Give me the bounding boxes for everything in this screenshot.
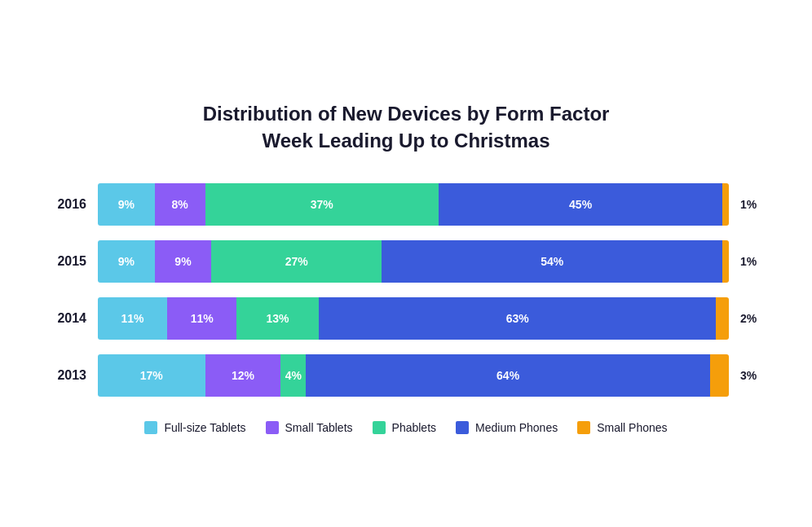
legend-swatch-phablet xyxy=(373,421,386,434)
bar-segment-phone_medium: 64% xyxy=(306,354,709,397)
bar-segment-phone_small xyxy=(710,354,729,397)
bar-segment-phone_medium: 63% xyxy=(319,297,717,340)
bar-segment-tablet_small: 12% xyxy=(205,354,281,397)
bar-row: 20169%8%37%45%1% xyxy=(47,183,765,226)
chart-container: Distribution of New Devices by Form Fact… xyxy=(31,77,781,450)
legend-swatch-phone_medium xyxy=(456,421,469,434)
bar-track: 11%11%13%63% xyxy=(98,297,729,340)
year-label: 2013 xyxy=(47,368,86,383)
bar-segment-phablet: 13% xyxy=(236,297,319,340)
bar-segment-tablet_full: 9% xyxy=(98,240,155,283)
bar-segment-phablet: 4% xyxy=(280,354,306,397)
bar-segment-phablet: 27% xyxy=(211,240,382,283)
bar-track: 9%9%27%54% xyxy=(98,240,729,283)
legend-swatch-phone_small xyxy=(577,421,590,434)
bar-segment-phablet: 37% xyxy=(205,183,439,226)
bar-rows: 20169%8%37%45%1%20159%9%27%54%1%201411%1… xyxy=(47,183,765,397)
chart-title: Distribution of New Devices by Form Fact… xyxy=(47,101,765,154)
bar-track: 17%12%4%64% xyxy=(98,354,729,397)
trailing-label: 1% xyxy=(740,255,765,268)
bar-row: 201411%11%13%63%2% xyxy=(47,297,765,340)
legend-item-phone_small: Small Phones xyxy=(577,421,667,434)
year-label: 2015 xyxy=(47,254,86,269)
bar-segment-tablet_full: 17% xyxy=(98,354,205,397)
trailing-label: 1% xyxy=(740,198,765,211)
legend-label-phone_medium: Medium Phones xyxy=(475,421,558,434)
legend-label-tablet_full: Full-size Tablets xyxy=(164,421,245,434)
year-label: 2016 xyxy=(47,197,86,212)
bar-segment-phone_medium: 54% xyxy=(382,240,722,283)
trailing-label: 2% xyxy=(740,312,765,325)
legend-swatch-tablet_full xyxy=(144,421,157,434)
legend: Full-size TabletsSmall TabletsPhabletsMe… xyxy=(47,421,765,434)
bar-segment-tablet_full: 9% xyxy=(98,183,155,226)
year-label: 2014 xyxy=(47,311,86,326)
bar-segment-tablet_small: 8% xyxy=(155,183,205,226)
legend-swatch-tablet_small xyxy=(266,421,279,434)
bar-segment-phone_small xyxy=(722,240,729,283)
legend-item-tablet_full: Full-size Tablets xyxy=(144,421,245,434)
legend-label-tablet_small: Small Tablets xyxy=(285,421,353,434)
legend-label-phablet: Phablets xyxy=(392,421,436,434)
bar-segment-phone_small xyxy=(716,297,728,340)
bar-segment-tablet_full: 11% xyxy=(98,297,167,340)
bar-segment-phone_small xyxy=(722,183,729,226)
legend-item-phone_medium: Medium Phones xyxy=(456,421,558,434)
bar-track: 9%8%37%45% xyxy=(98,183,729,226)
bar-segment-tablet_small: 11% xyxy=(167,297,236,340)
bar-row: 201317%12%4%64%3% xyxy=(47,354,765,397)
legend-item-phablet: Phablets xyxy=(373,421,436,434)
bar-row: 20159%9%27%54%1% xyxy=(47,240,765,283)
legend-item-tablet_small: Small Tablets xyxy=(266,421,353,434)
bar-segment-phone_medium: 45% xyxy=(439,183,722,226)
trailing-label: 3% xyxy=(740,369,765,382)
legend-label-phone_small: Small Phones xyxy=(597,421,667,434)
bar-segment-tablet_small: 9% xyxy=(155,240,212,283)
